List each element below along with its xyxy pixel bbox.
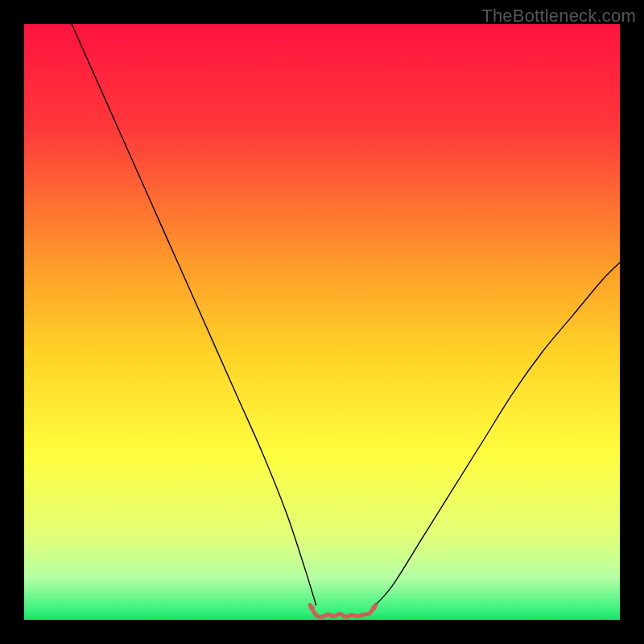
watermark-text: TheBottleneck.com [481,6,636,27]
ridge-endpoint-1 [371,605,376,610]
ridge-endpoint-0 [309,605,314,610]
series-left-curve [72,24,316,605]
series-bottom-ridge [310,605,375,617]
series-right-curve [376,262,620,605]
plot-svg [24,24,620,620]
chart-frame: TheBottleneck.com [0,0,644,644]
plot-area [24,24,620,620]
